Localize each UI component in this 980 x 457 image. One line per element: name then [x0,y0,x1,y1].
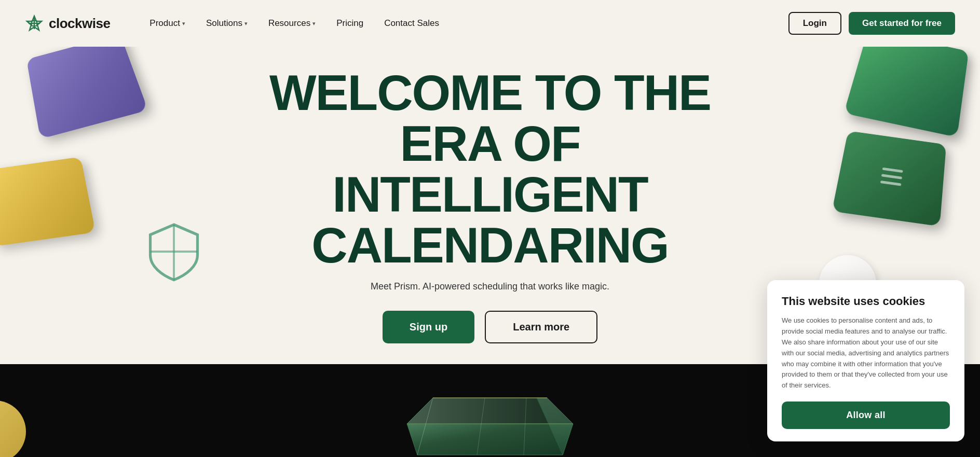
nav-pricing[interactable]: Pricing [328,14,372,33]
logo[interactable]: clockwise [25,14,110,33]
dark-section-inner [230,364,750,457]
cookie-title: This website uses cookies [782,295,950,308]
shield-key [140,218,208,285]
hero-title: WELCOME TO THE ERA OF INTELLIGENT CALEND… [256,67,724,271]
cookie-body: We use cookies to personalise content an… [782,315,950,391]
allow-all-button[interactable]: Allow all [782,401,950,429]
purple-key [26,34,148,139]
chevron-down-icon: ▾ [182,20,185,27]
cookie-banner: This website uses cookies We use cookies… [767,280,964,441]
navigation: clockwise Product ▾ Solutions ▾ Resource… [0,0,980,47]
chevron-down-icon: ▾ [244,20,248,27]
nav-links: Product ▾ Solutions ▾ Resources ▾ Pricin… [141,14,788,33]
burger-icon [880,167,903,186]
nav-product[interactable]: Product ▾ [141,14,194,33]
prism-container [360,372,620,457]
learn-more-button[interactable]: Learn more [485,311,597,343]
nav-contact-sales[interactable]: Contact Sales [376,14,447,33]
yellow-blob-left [0,400,26,457]
chevron-down-icon: ▾ [312,20,316,27]
signup-button[interactable]: Sign up [383,311,474,343]
logo-icon [25,14,44,33]
prism-visual [391,382,589,457]
get-started-button[interactable]: Get started for free [849,12,955,35]
nav-solutions[interactable]: Solutions ▾ [198,14,256,33]
green-key-burger [832,131,946,226]
yellow-key [0,157,96,246]
svg-marker-4 [407,424,573,455]
login-button[interactable]: Login [788,12,841,35]
nav-actions: Login Get started for free [788,12,955,35]
nav-resources[interactable]: Resources ▾ [260,14,324,33]
brand-name: clockwise [49,16,110,32]
